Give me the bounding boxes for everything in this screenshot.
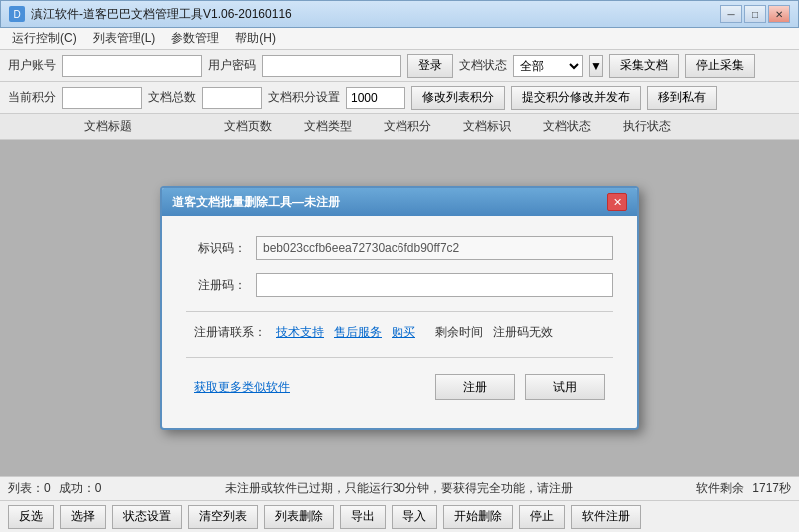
stop-button[interactable]: 停止 [519,505,565,529]
minimize-button[interactable]: ─ [720,5,742,23]
id-row: 标识码： [186,236,613,260]
total-docs-input[interactable] [202,87,262,109]
clear-list-button[interactable]: 清空列表 [188,505,258,529]
submit-points-button[interactable]: 提交积分修改并发布 [511,86,641,110]
export-button[interactable]: 导出 [340,505,386,529]
col-header-pages: 文档页数 [208,118,288,135]
title-bar-left: D 滇江软件-道客巴巴文档管理工具V1.06-20160116 [9,6,292,23]
status-bar: 列表：0 成功：0 未注册或软件已过期，只能运行30分钟，要获得完全功能，请注册… [0,476,799,500]
id-input [256,236,613,260]
select-button[interactable]: 选择 [60,505,106,529]
reg-label: 注册码： [186,277,246,294]
user-password-label: 用户密码 [208,57,256,74]
doc-points-setting-label: 文档积分设置 [268,89,340,106]
move-to-private-button[interactable]: 移到私有 [647,86,717,110]
menu-run-control[interactable]: 运行控制(C) [4,28,85,49]
window-title: 滇江软件-道客巴巴文档管理工具V1.06-20160116 [31,6,292,23]
registration-dialog: 道客文档批量删除工具—未注册 ✕ 标识码： 注册码： [160,186,639,430]
col-header-id: 文档标识 [447,118,527,135]
col-header-status: 文档状态 [527,118,607,135]
register-button[interactable]: 注册 [435,374,515,400]
dialog-footer: 获取更多类似软件 注册 试用 [186,370,613,408]
col-header-points: 文档积分 [368,118,447,135]
login-button[interactable]: 登录 [407,54,453,78]
column-headers: 文档标题 文档页数 文档类型 文档积分 文档标识 文档状态 执行状态 [0,114,799,140]
software-register-button[interactable]: 软件注册 [571,505,641,529]
user-password-input[interactable] [262,55,401,77]
user-account-label: 用户账号 [8,57,56,74]
total-docs-label: 文档总数 [148,89,196,106]
dialog-close-button[interactable]: ✕ [607,193,627,211]
doc-status-label: 文档状态 [459,57,507,74]
contact-label: 注册请联系： [194,324,266,341]
import-button[interactable]: 导入 [392,505,437,529]
doc-status-dropdown-arrow[interactable]: ▼ [589,55,603,77]
id-label: 标识码： [186,240,246,257]
col-header-type: 文档类型 [288,118,368,135]
status-setting-button[interactable]: 状态设置 [112,505,182,529]
menu-param-manage[interactable]: 参数管理 [163,28,227,49]
dialog-action-buttons: 注册 试用 [435,374,605,400]
buy-link[interactable]: 购买 [392,324,415,341]
bottom-toolbar: 反选 选择 状态设置 清空列表 列表删除 导出 导入 开始删除 停止 软件注册 [0,500,799,532]
tech-support-link[interactable]: 技术支持 [276,324,324,341]
software-remaining-label: 软件剩余 [696,480,744,497]
modify-points-button[interactable]: 修改列表积分 [411,86,505,110]
menu-bar: 运行控制(C) 列表管理(L) 参数管理 帮助(H) [0,28,799,50]
app-icon: D [9,6,25,22]
success-count: 成功：0 [59,480,102,497]
menu-list-manage[interactable]: 列表管理(L) [85,28,164,49]
dialog-title-bar: 道客文档批量删除工具—未注册 ✕ [162,188,637,216]
status-message: 未注册或软件已过期，只能运行30分钟，要获得完全功能，请注册 [225,480,573,497]
main-window: D 滇江软件-道客巴巴文档管理工具V1.06-20160116 ─ □ ✕ 运行… [0,0,799,532]
remaining-label: 剩余时间 [435,324,483,341]
content-area: 道客文档批量删除工具—未注册 ✕ 标识码： 注册码： [0,140,799,476]
trial-button[interactable]: 试用 [525,374,605,400]
dialog-title: 道客文档批量删除工具—未注册 [172,194,340,211]
list-count: 列表：0 [8,480,51,497]
start-delete-button[interactable]: 开始删除 [443,505,513,529]
after-sales-link[interactable]: 售后服务 [334,324,382,341]
divider [186,311,613,312]
collect-doc-button[interactable]: 采集文档 [609,54,679,78]
close-button[interactable]: ✕ [768,5,790,23]
maximize-button[interactable]: □ [744,5,766,23]
reverse-select-button[interactable]: 反选 [8,505,54,529]
title-bar: D 滇江软件-道客巴巴文档管理工具V1.06-20160116 ─ □ ✕ [0,0,799,28]
toolbar-row1: 用户账号 用户密码 登录 文档状态 全部 ▼ 采集文档 停止采集 [0,50,799,82]
col-header-title: 文档标题 [8,118,208,135]
user-account-input[interactable] [62,55,202,77]
seconds-value: 1717秒 [752,480,791,497]
links-row: 注册请联系： 技术支持 售后服务 购买 剩余时间 注册码无效 [186,324,613,341]
doc-status-select[interactable]: 全部 [513,55,583,77]
get-more-link[interactable]: 获取更多类似软件 [194,379,290,396]
dialog-overlay: 道客文档批量删除工具—未注册 ✕ 标识码： 注册码： [0,140,799,476]
delete-list-button[interactable]: 列表删除 [264,505,334,529]
menu-help[interactable]: 帮助(H) [227,28,284,49]
invalid-label: 注册码无效 [493,324,553,341]
current-points-label: 当前积分 [8,89,56,106]
window-controls: ─ □ ✕ [720,5,790,23]
col-header-exec-status: 执行状态 [607,118,687,135]
doc-points-setting-input[interactable] [346,87,405,109]
current-points-input[interactable] [62,87,142,109]
reg-code-input[interactable] [256,273,613,297]
toolbar-row2: 当前积分 文档总数 文档积分设置 修改列表积分 提交积分修改并发布 移到私有 [0,82,799,114]
dialog-body: 标识码： 注册码： 注册请联系： 技术支持 售后服务 购买 [162,216,637,428]
stop-collect-button[interactable]: 停止采集 [685,54,755,78]
divider2 [186,357,613,358]
reg-code-row: 注册码： [186,273,613,297]
